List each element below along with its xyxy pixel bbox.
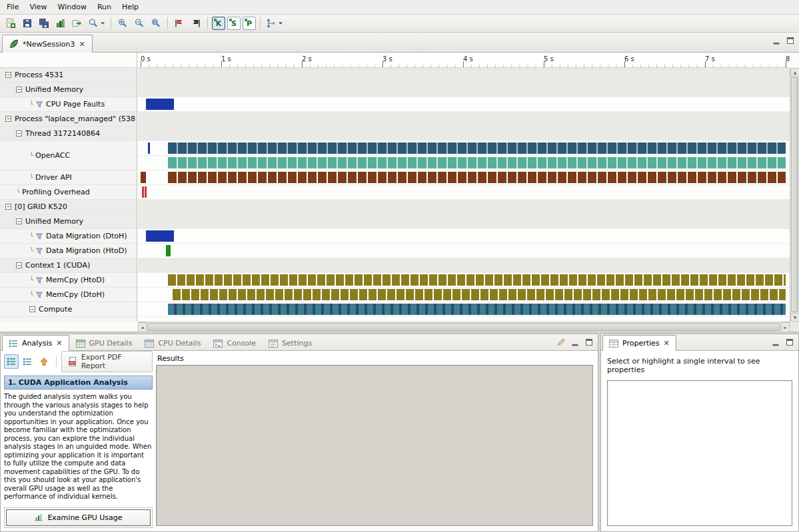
- collapse-toggle-icon[interactable]: −: [16, 262, 22, 268]
- tab-session[interactable]: *NewSession3 ✕: [2, 35, 93, 53]
- row-unified-memory[interactable]: −Unified Memory: [0, 83, 137, 97]
- unguided-analysis-icon[interactable]: [21, 354, 35, 369]
- collapse-toggle-icon[interactable]: −: [16, 218, 22, 224]
- zoom-in-icon[interactable]: [115, 15, 131, 31]
- timeline-lane[interactable]: [138, 68, 790, 83]
- zoom-mode-icon[interactable]: [86, 15, 107, 31]
- scrollbar-thumb[interactable]: [147, 323, 780, 331]
- tab-console[interactable]: Console: [207, 336, 262, 350]
- timeline-lane[interactable]: [138, 273, 790, 288]
- export-profile-icon[interactable]: [69, 15, 85, 31]
- tab-gpu-details[interactable]: GPU Details: [69, 336, 139, 350]
- row-unified-memory[interactable]: −Unified Memory: [0, 214, 137, 229]
- timeline-lane[interactable]: [138, 170, 790, 185]
- timeline-lane[interactable]: [138, 97, 790, 112]
- tab-analysis[interactable]: Analysis✕: [2, 335, 69, 351]
- collapse-toggle-icon[interactable]: −: [29, 306, 35, 312]
- row-cpu-page-faults[interactable]: └CPU Page Faults: [0, 97, 137, 112]
- close-icon[interactable]: ✕: [55, 340, 63, 347]
- timeline-interval[interactable]: [173, 289, 786, 300]
- timeline-lane[interactable]: [138, 141, 790, 156]
- timeline-interval[interactable]: [168, 274, 786, 286]
- timeline-lane[interactable]: [138, 156, 790, 170]
- row-process-laplace-managed-538[interactable]: −Process "laplace_managed" (538: [0, 112, 137, 127]
- row-memcpy-dtoh[interactable]: └MemCpy (DtoH): [0, 288, 137, 302]
- minimize-icon[interactable]: [771, 338, 780, 347]
- scroll-up-icon[interactable]: ▲: [790, 68, 799, 77]
- row-0-grid-k520[interactable]: −[0] GRID K520: [0, 200, 137, 214]
- row-data-migration-dtoh[interactable]: └Data Migration (DtoH): [0, 229, 137, 244]
- collapse-toggle-icon[interactable]: −: [16, 87, 22, 93]
- timeline-interval[interactable]: [168, 142, 786, 154]
- timeline-lane[interactable]: [138, 214, 790, 229]
- minimize-icon[interactable]: [772, 36, 781, 45]
- menu-view[interactable]: View: [24, 1, 52, 13]
- scroll-right-icon[interactable]: ►: [781, 322, 790, 332]
- timeline-lane[interactable]: [138, 127, 790, 141]
- scroll-down-icon[interactable]: ▼: [790, 313, 799, 322]
- maximize-icon[interactable]: [786, 36, 795, 45]
- process-toggle[interactable]: P: [243, 17, 256, 30]
- tab-cpu-details[interactable]: CPU Details: [138, 336, 207, 350]
- collapse-toggle-icon[interactable]: −: [5, 116, 11, 122]
- timeline-lane[interactable]: [138, 258, 790, 273]
- row-thread-3172140864[interactable]: −Thread 3172140864: [0, 127, 137, 141]
- save-session-icon[interactable]: [19, 15, 35, 31]
- row-data-migration-htod[interactable]: └Data Migration (HtoD): [0, 244, 137, 258]
- timeline-lane[interactable]: [138, 302, 790, 317]
- timeline-lane[interactable]: [138, 200, 790, 214]
- timeline-lane[interactable]: [138, 112, 790, 127]
- row-profiling-overhead[interactable]: └Profiling Overhead: [0, 185, 137, 200]
- menu-window[interactable]: Window: [53, 1, 92, 13]
- timeline-interval[interactable]: [168, 157, 786, 168]
- export-pdf-button[interactable]: PDF Export PDF Report: [61, 351, 153, 372]
- next-range-icon[interactable]: [188, 15, 204, 31]
- row-memcpy-htod[interactable]: └MemCpy (HtoD): [0, 273, 137, 288]
- row-openacc[interactable]: └OpenACC: [0, 141, 137, 170]
- timeline-interval[interactable]: [145, 186, 147, 198]
- collapse-all-icon[interactable]: [37, 354, 51, 369]
- timeline-interval[interactable]: [166, 245, 171, 256]
- new-session-icon[interactable]: [3, 15, 19, 31]
- menu-run[interactable]: Run: [92, 1, 117, 13]
- horizontal-scrollbar[interactable]: ◄ ►: [138, 322, 790, 332]
- examine-gpu-usage-button[interactable]: Examine GPU Usage: [6, 509, 151, 526]
- collapse-toggle-icon[interactable]: −: [16, 131, 22, 136]
- scroll-left-icon[interactable]: ◄: [138, 322, 147, 332]
- time-ruler[interactable]: 0 s1 s2 s3 s4 s5 s6 s7 s8 s: [138, 53, 790, 68]
- timeline-lane[interactable]: [138, 244, 790, 258]
- scrollbar-thumb[interactable]: [791, 77, 798, 312]
- timeline-interval[interactable]: [141, 172, 146, 183]
- kernel-toggle[interactable]: K: [212, 17, 225, 30]
- row-driver-api[interactable]: └Driver API: [0, 170, 137, 185]
- row-compute[interactable]: −Compute: [0, 302, 137, 317]
- timeline-interval[interactable]: [148, 142, 150, 154]
- zoom-out-icon[interactable]: [131, 15, 147, 31]
- timeline-lane[interactable]: [138, 229, 790, 244]
- collapse-toggle-icon[interactable]: −: [5, 204, 11, 210]
- tab-settings[interactable]: Settings: [262, 336, 318, 350]
- minimize-icon[interactable]: [570, 338, 580, 347]
- tab-properties[interactable]: Properties✕: [602, 335, 676, 351]
- menu-file[interactable]: File: [1, 1, 24, 13]
- timeline-interval[interactable]: [146, 230, 173, 242]
- timeline-lane[interactable]: [138, 83, 790, 97]
- collapse-toggle-icon[interactable]: −: [5, 72, 11, 78]
- zoom-fit-icon[interactable]: [148, 15, 164, 31]
- timeline-lane[interactable]: [138, 185, 790, 200]
- timeline-interval[interactable]: [146, 99, 173, 110]
- timeline-interval[interactable]: [168, 172, 786, 183]
- timeline-canvas[interactable]: 0 s1 s2 s3 s4 s5 s6 s7 s8 s: [138, 53, 790, 322]
- row-context-1-cuda[interactable]: −Context 1 (CUDA): [0, 258, 137, 273]
- maximize-icon[interactable]: [584, 338, 594, 347]
- guided-analysis-icon[interactable]: [4, 354, 19, 369]
- maximize-icon[interactable]: [785, 338, 794, 347]
- save-all-icon[interactable]: [36, 15, 52, 31]
- view-menu-icon[interactable]: [556, 338, 566, 347]
- vertical-scrollbar[interactable]: ▲ ▼: [790, 68, 799, 322]
- menu-help[interactable]: Help: [117, 1, 144, 13]
- close-icon[interactable]: ✕: [78, 41, 85, 48]
- timeline-interval[interactable]: [168, 304, 786, 315]
- timeline-lane[interactable]: [138, 288, 790, 302]
- run-analysis-icon[interactable]: [264, 15, 285, 31]
